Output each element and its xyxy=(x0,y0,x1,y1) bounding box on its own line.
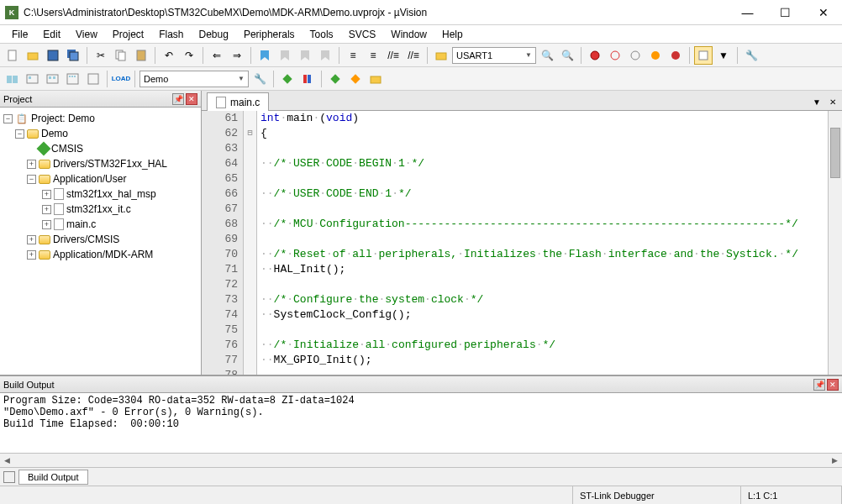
breakpoint3-icon[interactable] xyxy=(646,46,665,65)
menu-peripherals[interactable]: Peripherals xyxy=(237,27,302,42)
code-text[interactable]: int·main·(void){··/*·USER·CODE·BEGIN·1·*… xyxy=(257,111,828,375)
project-icon: 📋 xyxy=(15,113,29,124)
build-output-text[interactable]: Program Size: Code=3304 RO-data=352 RW-d… xyxy=(0,393,842,453)
debug-icon[interactable] xyxy=(586,46,604,65)
titlebar: K C:\Users\Administrator\Desktop\STM32Cu… xyxy=(0,0,842,25)
fold-gutter[interactable]: ⊟ xyxy=(244,111,257,375)
menu-help[interactable]: Help xyxy=(435,27,470,42)
build-output-panel: Build Output 📌 ✕ Program Size: Code=3304… xyxy=(0,375,842,467)
open-icon[interactable] xyxy=(24,46,42,65)
editor-tab[interactable]: main.c xyxy=(207,92,269,111)
find-icon[interactable] xyxy=(432,46,450,65)
find-in-files-icon[interactable]: 🔍 xyxy=(538,46,556,65)
paste-icon[interactable] xyxy=(132,46,150,65)
tree-group[interactable]: +Drivers/CMSIS xyxy=(2,232,199,247)
menu-file[interactable]: File xyxy=(5,27,34,42)
nav-back-icon[interactable]: ⇐ xyxy=(208,46,226,65)
copy-icon[interactable] xyxy=(112,46,130,65)
pack-icon[interactable] xyxy=(326,70,345,88)
nav-fwd-icon[interactable]: ⇒ xyxy=(228,46,246,65)
download-icon[interactable]: LOAD xyxy=(112,70,130,88)
tree-file[interactable]: +stm32f1xx_hal_msp xyxy=(2,186,199,202)
menu-project[interactable]: Project xyxy=(106,27,150,42)
translate-icon[interactable] xyxy=(3,70,22,88)
comment-icon[interactable]: //≡ xyxy=(384,46,403,65)
breakpoint4-icon[interactable] xyxy=(666,46,685,65)
scrollbar-thumb[interactable] xyxy=(830,128,840,178)
pack2-icon[interactable] xyxy=(346,70,365,88)
uncomment-icon[interactable]: //≡ xyxy=(404,46,423,65)
chevron-down-icon: ▼ xyxy=(238,75,245,82)
indent-icon[interactable]: ≡ xyxy=(344,46,362,65)
bookmark-prev-icon[interactable] xyxy=(276,46,294,65)
svg-rect-14 xyxy=(699,51,708,60)
menu-svcs[interactable]: SVCS xyxy=(342,27,383,42)
bookmark-icon[interactable] xyxy=(255,46,274,65)
statusbar: ST-Link Debugger L:1 C:1 xyxy=(0,486,842,504)
menubar: FileEditViewProjectFlashDebugPeripherals… xyxy=(0,25,842,44)
save-all-icon[interactable] xyxy=(64,46,82,65)
build-output-tab[interactable]: Build Output xyxy=(18,470,88,485)
pack3-icon[interactable] xyxy=(366,70,385,88)
svg-rect-16 xyxy=(13,76,18,83)
file-icon xyxy=(54,188,64,200)
outdent-icon[interactable]: ≡ xyxy=(364,46,382,65)
tree-root[interactable]: −📋Project: Demo xyxy=(2,111,199,126)
menu-view[interactable]: View xyxy=(69,27,104,42)
menu-window[interactable]: Window xyxy=(384,27,434,42)
tree-group[interactable]: −Application/User xyxy=(2,171,199,186)
new-file-icon[interactable] xyxy=(3,46,22,65)
stop-build-icon[interactable] xyxy=(84,70,103,88)
bookmark-clear-icon[interactable] xyxy=(316,46,334,65)
breakpoint-icon[interactable] xyxy=(606,46,624,65)
batch-build-icon[interactable] xyxy=(64,70,82,88)
find-combo-value: USART1 xyxy=(456,50,492,60)
vertical-scrollbar[interactable] xyxy=(828,111,842,375)
tree-file[interactable]: +main.c xyxy=(2,217,199,232)
code-area[interactable]: 6162636465666768697071727374757677787980… xyxy=(202,111,842,375)
target-options-icon[interactable]: 🔧 xyxy=(250,70,269,88)
panel-close-icon[interactable]: ✕ xyxy=(186,93,197,105)
save-icon[interactable] xyxy=(44,46,62,65)
panel-close-icon[interactable]: ✕ xyxy=(827,379,839,391)
panel-pin-icon[interactable]: 📌 xyxy=(813,379,825,391)
tree-target[interactable]: −Demo xyxy=(2,126,199,141)
folder-icon xyxy=(27,129,39,139)
svg-rect-17 xyxy=(27,75,38,83)
panel-pin-icon[interactable]: 📌 xyxy=(172,93,184,105)
books-icon[interactable] xyxy=(298,70,317,88)
tab-close-icon[interactable]: ✕ xyxy=(826,95,839,108)
tree-file[interactable]: +stm32f1xx_it.c xyxy=(2,202,199,217)
svg-rect-1 xyxy=(28,53,38,60)
window2-icon[interactable]: ▼ xyxy=(714,46,733,65)
tree-group[interactable]: CMSIS xyxy=(2,141,199,156)
cut-icon[interactable]: ✂ xyxy=(92,46,110,65)
build-icon[interactable] xyxy=(24,70,42,88)
menu-flash[interactable]: Flash xyxy=(152,27,190,42)
scroll-right-icon[interactable]: ▶ xyxy=(828,454,842,467)
tree-group[interactable]: +Application/MDK-ARM xyxy=(2,247,199,262)
horizontal-scrollbar[interactable]: ◀ ▶ xyxy=(0,453,842,467)
menu-edit[interactable]: Edit xyxy=(36,27,67,42)
tab-dropdown-icon[interactable]: ▼ xyxy=(810,95,824,108)
config-icon[interactable]: 🔧 xyxy=(742,46,760,65)
svg-rect-0 xyxy=(8,50,16,60)
bookmark-next-icon[interactable] xyxy=(296,46,314,65)
maximize-button[interactable]: ☐ xyxy=(766,0,804,25)
menu-tools[interactable]: Tools xyxy=(303,27,340,42)
undo-icon[interactable]: ↶ xyxy=(160,46,178,65)
incremental-find-icon[interactable]: 🔍 xyxy=(558,46,576,65)
close-button[interactable]: ✕ xyxy=(804,0,842,25)
manage-rt-icon[interactable] xyxy=(278,70,297,88)
menu-debug[interactable]: Debug xyxy=(192,27,235,42)
target-combo[interactable]: Demo▼ xyxy=(139,71,249,87)
tree-group[interactable]: +Drivers/STM32F1xx_HAL xyxy=(2,156,199,171)
rebuild-icon[interactable] xyxy=(44,70,62,88)
scroll-left-icon[interactable]: ◀ xyxy=(0,454,14,467)
breakpoint2-icon[interactable] xyxy=(626,46,645,65)
window-icon[interactable] xyxy=(694,46,713,65)
find-combo[interactable]: USART1▼ xyxy=(452,47,536,64)
project-tree[interactable]: −📋Project: Demo −Demo CMSIS +Drivers/STM… xyxy=(0,108,201,375)
redo-icon[interactable]: ↷ xyxy=(180,46,198,65)
minimize-button[interactable]: — xyxy=(729,0,766,25)
